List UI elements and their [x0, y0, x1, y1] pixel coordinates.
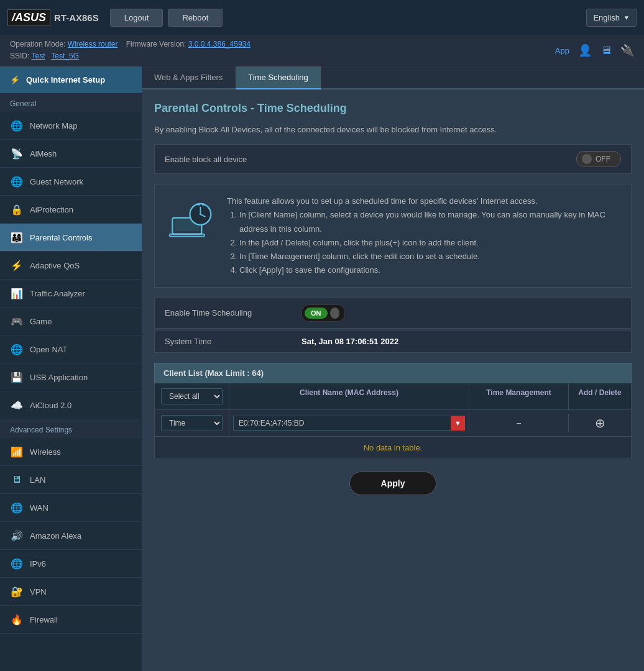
sidebar-item-wireless[interactable]: 📶 Wireless [0, 438, 142, 466]
monitor-icon[interactable]: 🖥 [600, 44, 612, 57]
logo: /ASUS RT-AX86S [7, 9, 99, 26]
no-data-message: No data in table. [154, 437, 632, 459]
row-time-management: – [469, 414, 569, 432]
row-filter-type: Time [155, 410, 229, 436]
instruction-1: In [Client Name] column, select a device… [239, 208, 621, 235]
reboot-button[interactable]: Reboot [168, 9, 223, 27]
usb-icon: 💾 [10, 370, 24, 384]
app-label: App [555, 46, 569, 55]
enable-time-scheduling-label: Enable Time Scheduling [165, 308, 289, 317]
add-icon[interactable]: ⊕ [595, 416, 605, 431]
block-all-toggle[interactable]: OFF [576, 151, 621, 167]
quick-setup-icon: ⚡ [10, 75, 20, 84]
toggle-on-label: ON [305, 308, 328, 319]
clock-laptop-icon [165, 194, 214, 241]
sidebar-item-label: Adaptive QoS [30, 261, 80, 270]
sidebar-item-label: LAN [30, 475, 45, 485]
feature-description: This feature allows you to set up a sche… [227, 194, 621, 277]
mac-dropdown-button[interactable]: ▼ [451, 416, 465, 431]
main-content: Web & Apps Filters Time Scheduling Paren… [142, 66, 644, 671]
apply-button[interactable]: Apply [349, 472, 437, 495]
logout-button[interactable]: Logout [110, 9, 163, 27]
sidebar-item-guest-network[interactable]: 🌐 Guest Network [0, 168, 142, 196]
firmware-label: Firmware Version: [126, 40, 186, 48]
sidebar-item-label: AiMesh [30, 149, 57, 158]
page-title: Parental Controls - Time Scheduling [154, 102, 632, 115]
model-name: RT-AX86S [54, 12, 99, 23]
time-scheduling-toggle[interactable]: ON [301, 304, 345, 322]
tab-web-apps-filters[interactable]: Web & Apps Filters [142, 66, 236, 88]
ssid-2g[interactable]: Test [31, 52, 45, 60]
sidebar-item-lan[interactable]: 🖥 LAN [0, 466, 142, 494]
language-selector[interactable]: English ▼ [586, 9, 637, 27]
sidebar-item-game[interactable]: 🎮 Game [0, 308, 142, 336]
sidebar-item-parental-controls[interactable]: 👨‍👩‍👧 Parental Controls [0, 224, 142, 252]
sidebar-item-traffic-analyzer[interactable]: 📊 Traffic Analyzer [0, 280, 142, 308]
wireless-icon: 📶 [10, 445, 24, 459]
sidebar-item-usb-application[interactable]: 💾 USB Application [0, 363, 142, 391]
instruction-3: In [Time Management] column, click the e… [239, 250, 621, 263]
client-list-header: Client List (Max Limit : 64) [154, 363, 632, 383]
language-label: English [593, 13, 620, 22]
sidebar-item-wan[interactable]: 🌐 WAN [0, 494, 142, 522]
parental-icon: 👨‍👩‍👧 [10, 231, 24, 244]
svg-rect-8 [202, 203, 204, 206]
sidebar-item-aimesh[interactable]: 📡 AiMesh [0, 140, 142, 168]
sidebar-item-network-map[interactable]: 🌐 Network Map [0, 112, 142, 140]
lan-icon: 🖥 [10, 473, 24, 486]
content-area: Parental Controls - Time Scheduling By e… [142, 89, 644, 520]
ssid-5g[interactable]: Test_5G [51, 52, 79, 60]
main-layout: ⚡ Quick Internet Setup General 🌐 Network… [0, 66, 644, 671]
table-header: Select all Client Name (MAC Address) Tim… [154, 383, 632, 410]
user-icon[interactable]: 👤 [578, 43, 592, 57]
filter-type-dropdown[interactable]: Time [161, 415, 223, 431]
general-section-label: General [0, 93, 142, 112]
sidebar-item-ipv6[interactable]: 🌐 IPv6 [0, 550, 142, 578]
tab-time-scheduling[interactable]: Time Scheduling [236, 66, 321, 89]
system-info: Operation Mode: Wireless router Firmware… [10, 39, 251, 62]
sidebar-item-label: Network Map [30, 121, 78, 130]
tabs-bar: Web & Apps Filters Time Scheduling [142, 66, 644, 89]
feature-info-panel: This feature allows you to set up a sche… [154, 184, 632, 288]
system-time-label: System Time [165, 337, 289, 346]
sidebar-item-firewall[interactable]: 🔥 Firewall [0, 606, 142, 634]
guest-icon: 🌐 [10, 175, 24, 188]
sidebar-item-label: Wireless [30, 447, 61, 457]
info-bar: Operation Mode: Wireless router Firmware… [0, 35, 644, 66]
operation-mode-label: Operation Mode: [10, 40, 65, 48]
game-icon: 🎮 [10, 314, 24, 328]
svg-rect-2 [169, 234, 204, 237]
sidebar-item-adaptive-qos[interactable]: ⚡ Adaptive QoS [0, 252, 142, 280]
operation-mode-value[interactable]: Wireless router [68, 40, 118, 48]
sidebar-item-label: WAN [30, 503, 48, 513]
column-header-add: Add / Delete [569, 383, 631, 409]
sidebar-item-open-nat[interactable]: 🌐 Open NAT [0, 336, 142, 363]
sidebar-item-aicloud[interactable]: ☁️ AiCloud 2.0 [0, 391, 142, 419]
sidebar-item-label: USB Application [30, 373, 88, 382]
system-time-value: Sat, Jan 08 17:06:51 2022 [301, 337, 398, 346]
table-row: Time ▼ – ⊕ [154, 410, 632, 437]
sidebar-item-label: AiCloud 2.0 [30, 401, 71, 410]
sidebar: ⚡ Quick Internet Setup General 🌐 Network… [0, 66, 142, 671]
block-all-description: By enabling Block All Devices, all of th… [154, 125, 632, 134]
usb-icon[interactable]: 🔌 [620, 43, 634, 57]
firmware-value[interactable]: 3.0.0.4.386_45934 [188, 40, 251, 48]
nat-icon: 🌐 [10, 342, 24, 356]
sidebar-item-vpn[interactable]: 🔐 VPN [0, 578, 142, 606]
select-all-dropdown[interactable]: Select all [161, 388, 223, 404]
qos-icon: ⚡ [10, 258, 24, 272]
advanced-section-label: Advanced Settings [0, 419, 142, 438]
asus-brand: /ASUS [7, 9, 50, 26]
firewall-icon: 🔥 [10, 613, 24, 626]
sidebar-item-label: VPN [30, 587, 47, 596]
mac-address-input[interactable] [233, 416, 465, 431]
vpn-icon: 🔐 [10, 585, 24, 598]
row-add-delete: ⊕ [569, 411, 631, 436]
quick-internet-setup[interactable]: ⚡ Quick Internet Setup [0, 66, 142, 93]
toggle-dot [582, 154, 592, 164]
enable-time-scheduling-row: Enable Time Scheduling ON [154, 298, 632, 329]
row-mac-address: ▼ [229, 412, 469, 434]
sidebar-item-aiprotection[interactable]: 🔒 AiProtection [0, 196, 142, 224]
sidebar-item-amazon-alexa[interactable]: 🔊 Amazon Alexa [0, 522, 142, 550]
sidebar-item-label: AiProtection [30, 205, 73, 214]
